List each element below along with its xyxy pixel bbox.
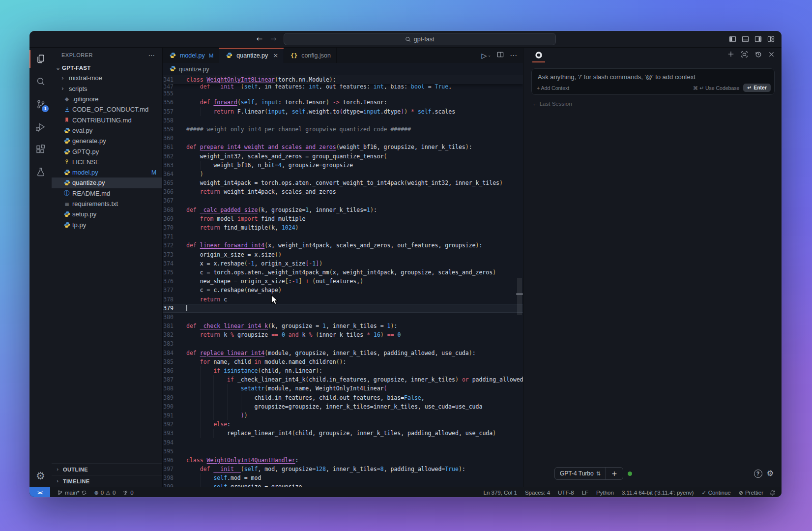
code-line-395[interactable]: 395 (163, 447, 523, 456)
continue-extension[interactable]: ✓Continue (701, 490, 730, 496)
file-item-mixtral-moe[interactable]: ›mixtral-moe (52, 73, 162, 83)
code-line-390[interactable]: 390 groupsize=groupsize, inner_k_tiles=i… (163, 402, 523, 411)
file-item--gitignore[interactable]: ◆.gitignore (52, 94, 162, 104)
activity-extensions[interactable] (29, 138, 52, 161)
tab-model-py[interactable]: model.pyM (163, 48, 219, 63)
encoding[interactable]: UTF-8 (558, 490, 574, 496)
code-line-366[interactable]: 366 return weight_int4pack, scales_and_z… (163, 187, 523, 196)
code-line-370[interactable]: 370 return find_multiple(k, 1024) (163, 223, 523, 232)
code-line-367[interactable]: 367 (163, 196, 523, 205)
activity-run-debug[interactable] (29, 116, 52, 138)
editor-more-actions[interactable]: ⋯ (510, 51, 517, 60)
code-line-379[interactable]: 379 (163, 304, 523, 313)
code-area[interactable]: 341class WeightOnlyInt8Linear(torch.nn.M… (163, 75, 523, 487)
activity-testing[interactable] (29, 161, 52, 183)
activity-source-control[interactable]: 1 (29, 93, 52, 116)
git-branch-status[interactable]: main* (57, 490, 87, 496)
problems-status[interactable]: ⊗0 ⚠0 (94, 490, 116, 496)
code-line-384[interactable]: 384def replace_linear_int4(module, group… (163, 349, 523, 357)
split-editor-button[interactable] (497, 51, 504, 60)
code-line-361[interactable]: 361def prepare_int4_weight_and_scales_an… (163, 143, 523, 151)
code-line-393[interactable]: 393 replace_linear_int4(child, groupsize… (163, 429, 523, 438)
language-mode[interactable]: Python (596, 490, 614, 496)
file-item-contributing-md[interactable]: CONTRIBUTING.md (52, 115, 162, 125)
command-center-search[interactable]: gpt-fast (284, 33, 556, 45)
file-item-code-of-conduct-md[interactable]: CODE_OF_CONDUCT.md (52, 104, 162, 115)
indentation[interactable]: Spaces: 4 (525, 490, 550, 496)
code-line-396[interactable]: 396class WeightOnlyInt4QuantHandler: (163, 456, 523, 465)
back-button[interactable]: ← (255, 35, 263, 43)
code-line-362[interactable]: 362 weight_int32, scales_and_zeros = gro… (163, 152, 523, 161)
file-item-tp-py[interactable]: tp.py (52, 219, 162, 230)
file-item-license[interactable]: LICENSE (52, 157, 162, 167)
code-line-386[interactable]: 386 if isinstance(child, nn.Linear): (163, 366, 523, 375)
code-line-399[interactable]: 399 self.groupsize = groupsize (163, 482, 523, 487)
code-line-388[interactable]: 388 setattr(module, name, WeightOnlyInt4… (163, 384, 523, 393)
code-line-360[interactable]: 360 (163, 134, 523, 143)
tab-config-json[interactable]: {}config.json (284, 48, 337, 63)
close-tab-icon[interactable]: × (273, 52, 278, 59)
code-line-365[interactable]: 365 weight_int4pack = torch.ops.aten._co… (163, 178, 523, 187)
remote-indicator[interactable]: >< (29, 487, 50, 497)
chat-settings-button[interactable]: ⚙ (767, 470, 774, 477)
customize-layout-icon[interactable] (767, 35, 775, 43)
code-line-383[interactable]: 383 (163, 339, 523, 348)
help-button[interactable]: ? (754, 470, 762, 478)
continue-logo-tab[interactable] (532, 48, 545, 62)
cursor-position[interactable]: Ln 379, Col 1 (484, 490, 517, 496)
last-session-link[interactable]: ← Last Session (532, 101, 782, 107)
prettier-extension[interactable]: ⊘Prettier (739, 490, 763, 496)
code-line-392[interactable]: 392 else: (163, 420, 523, 429)
history-button[interactable] (754, 51, 762, 60)
run-dropdown-icon[interactable]: ⌄ (488, 53, 491, 58)
code-line-369[interactable]: 369 from model import find_multiple (163, 214, 523, 223)
add-model-button[interactable]: + (606, 468, 623, 479)
chat-input[interactable]: Ask anything, '/' for slash commands, '@… (531, 68, 775, 95)
code-line-397[interactable]: 397 def __init__(self, mod, groupsize=12… (163, 465, 523, 473)
forward-button[interactable]: → (269, 35, 278, 43)
close-panel-button[interactable] (768, 51, 775, 59)
breadcrumb[interactable]: quantize.py (163, 63, 523, 75)
code-line-347[interactable]: 347 def __init__(self, in_features: int,… (163, 84, 523, 89)
fullscreen-button[interactable] (741, 51, 748, 60)
toggle-sidebar-left-icon[interactable] (729, 35, 736, 43)
code-line-357[interactable]: 357 return F.linear(input, self.weight.t… (163, 107, 523, 116)
notifications-button[interactable] (769, 490, 782, 496)
code-line-394[interactable]: 394 (163, 438, 523, 447)
explorer-more-actions[interactable]: ⋯ (148, 51, 156, 59)
run-python-button[interactable]: ▷⌄ (482, 52, 491, 59)
code-line-341[interactable]: 341class WeightOnlyInt8Linear(torch.nn.M… (163, 75, 523, 84)
file-item-setup-py[interactable]: setup.py (52, 209, 162, 219)
toggle-sidebar-right-icon[interactable] (754, 35, 762, 43)
code-line-381[interactable]: 381def _check_linear_int4_k(k, groupsize… (163, 322, 523, 330)
code-line-358[interactable]: 358 (163, 116, 523, 125)
code-line-355[interactable]: 355 (163, 89, 523, 98)
file-item-generate-py[interactable]: generate.py (52, 136, 162, 146)
file-item-model-py[interactable]: model.pyM (52, 167, 162, 177)
file-item-gptq-py[interactable]: GPTQ.py (52, 146, 162, 156)
code-line-382[interactable]: 382 return k % groupsize == 0 and k % (i… (163, 330, 523, 339)
python-interpreter[interactable]: 3.11.4 64-bit ('3.11.4': pyenv) (622, 490, 694, 496)
activity-search[interactable] (29, 70, 52, 93)
enter-button[interactable]: ↵Enter (743, 84, 771, 92)
scrollbar-thumb[interactable] (517, 278, 522, 315)
toggle-panel-icon[interactable] (742, 35, 749, 43)
code-line-363[interactable]: 363 weight_bf16, n_bit=4, groupsize=grou… (163, 161, 523, 170)
file-item-quantize-py[interactable]: quantize.py (52, 177, 162, 188)
model-selector[interactable]: GPT-4 Turbo⇅ + (554, 467, 623, 480)
settings-gear-icon[interactable]: ⚙ (29, 465, 52, 487)
model-name-segment[interactable]: GPT-4 Turbo⇅ (555, 468, 606, 479)
add-context-button[interactable]: + Add Context (537, 85, 569, 91)
code-line-387[interactable]: 387 if _check_linear_int4_k(child.in_fea… (163, 375, 523, 384)
code-line-373[interactable]: 373 origin_x_size = x.size() (163, 250, 523, 259)
file-item-readme-md[interactable]: ⓘREADME.md (52, 188, 162, 199)
code-line-380[interactable]: 380 (163, 313, 523, 322)
sticky-scroll-line[interactable]: 341class WeightOnlyInt8Linear(torch.nn.M… (163, 75, 523, 84)
code-line-378[interactable]: 378 return c (163, 295, 523, 304)
activity-explorer[interactable] (29, 48, 52, 70)
code-line-371[interactable]: 371 (163, 232, 523, 241)
code-line-391[interactable]: 391 )) (163, 411, 523, 420)
code-line-356[interactable]: 356 def forward(self, input: torch.Tenso… (163, 98, 523, 107)
tab-quantize-py[interactable]: quantize.py× (219, 48, 284, 63)
use-codebase-hint[interactable]: ⌘ ↵ Use Codebase (693, 85, 740, 91)
